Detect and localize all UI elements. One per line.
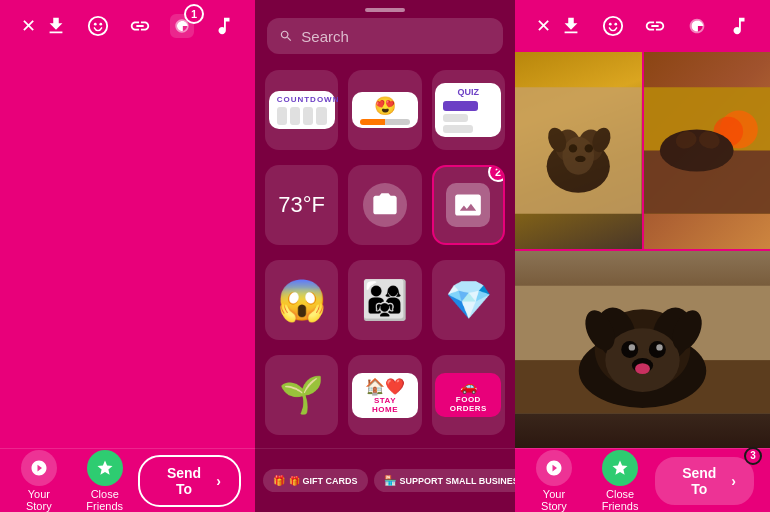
download-icon[interactable]: [42, 12, 70, 40]
sticker-icon-wrapper: 1: [168, 12, 196, 40]
your-story-group: Your Story: [14, 450, 64, 512]
close-friends-button[interactable]: [87, 450, 123, 486]
right-music-icon[interactable]: [725, 12, 753, 40]
support-small-business-sticker[interactable]: 🏪 SUPPORT SMALL BUSINESS: [374, 469, 516, 492]
right-close-friends-button[interactable]: [602, 450, 638, 486]
drag-handle: [365, 8, 405, 12]
right-your-story-group: Your Story: [529, 450, 579, 512]
plant-emoji: 🌱: [279, 377, 324, 413]
left-send-to-button[interactable]: Send To ›: [138, 455, 241, 507]
svg-point-3: [604, 17, 622, 35]
dog-image-2: [644, 52, 771, 249]
left-top-right-icons: 1 Aa: [42, 12, 280, 40]
link-icon[interactable]: [126, 12, 154, 40]
screaming-emoji: 😱: [277, 280, 327, 320]
search-bar[interactable]: [267, 18, 503, 54]
close-friends-label: Close Friends: [72, 488, 138, 512]
poll-sticker[interactable]: 😍: [348, 70, 421, 150]
sticker-badge: 1: [184, 4, 204, 24]
svg-point-32: [629, 344, 635, 350]
left-panel: ✕ 1 Aa: [0, 0, 255, 512]
left-bottom-left: Your Story Close Friends: [14, 450, 138, 512]
bottom-stickers-row: 🎁 🎁 GIFT CARDS 🏪 SUPPORT SMALL BUSINESS …: [255, 448, 515, 512]
gift-cards-sticker[interactable]: 🎁 🎁 GIFT CARDS: [263, 469, 368, 492]
stay-home-sticker[interactable]: 🏠❤️ STAY HOME: [348, 355, 421, 435]
temperature-sticker[interactable]: 73°F: [265, 165, 338, 245]
camera-icon: [363, 183, 407, 227]
right-your-story-button[interactable]: [536, 450, 572, 486]
right-download-icon[interactable]: [557, 12, 585, 40]
gem-emoji: 💎: [445, 281, 492, 319]
svg-point-2: [99, 23, 102, 26]
svg-point-1: [94, 23, 97, 26]
photo-thumb-1: [515, 52, 642, 249]
right-close-friends-group: Close Friends: [587, 450, 653, 512]
svg-point-5: [614, 23, 617, 26]
camera-sticker[interactable]: [348, 165, 421, 245]
photo-thumb-2: [644, 52, 771, 249]
right-send-to-button[interactable]: Send To ›: [653, 455, 756, 507]
photo-sticker-badge: 2: [488, 165, 505, 182]
right-bottom-bar: Your Story Close Friends Send To › 3: [515, 448, 770, 512]
right-panel: ✕ Aa: [515, 0, 770, 512]
right-top-left-icons: ✕: [529, 12, 557, 40]
left-top-bar: ✕ 1 Aa: [0, 0, 255, 52]
right-link-icon[interactable]: [641, 12, 669, 40]
your-story-button[interactable]: [21, 450, 57, 486]
food-orders-sticker[interactable]: 🚗 FOOD ORDERS: [432, 355, 505, 435]
left-top-left-icons: ✕: [14, 12, 42, 40]
photo-sticker[interactable]: 2: [432, 165, 505, 245]
your-story-label: Your Story: [14, 488, 64, 512]
dog-image-3: [515, 251, 770, 448]
right-top-bar: ✕ Aa: [515, 0, 770, 52]
right-bottom-left: Your Story Close Friends: [529, 450, 653, 512]
close-friends-group: Close Friends: [72, 450, 138, 512]
photos-area: [515, 52, 770, 448]
right-emoji-icon[interactable]: [599, 12, 627, 40]
left-content-area: [0, 52, 255, 448]
right-close-button[interactable]: ✕: [529, 12, 557, 40]
svg-point-20: [659, 129, 733, 171]
svg-point-11: [569, 144, 577, 152]
emoji-icon[interactable]: [84, 12, 112, 40]
right-sticker-icon[interactable]: [683, 12, 711, 40]
gem-sticker[interactable]: 💎: [432, 260, 505, 340]
temperature-value: 73°F: [278, 192, 325, 218]
right-your-story-label: Your Story: [529, 488, 579, 512]
search-icon: [279, 28, 293, 44]
right-send-to-wrapper: Send To › 3: [653, 455, 756, 507]
music-icon[interactable]: [210, 12, 238, 40]
people-emoji: 👨‍👩‍👧: [361, 281, 408, 319]
photo-sticker-icon: [446, 183, 490, 227]
right-top-right-icons: Aa: [557, 12, 770, 40]
svg-point-4: [609, 23, 612, 26]
search-input[interactable]: [301, 28, 491, 45]
plant-sticker[interactable]: 🌱: [265, 355, 338, 435]
dog-image-1: [515, 52, 642, 249]
svg-point-13: [575, 156, 586, 162]
screaming-sticker[interactable]: 😱: [265, 260, 338, 340]
svg-point-10: [562, 137, 594, 175]
close-button[interactable]: ✕: [14, 12, 42, 40]
svg-point-33: [656, 344, 662, 350]
svg-point-0: [89, 17, 107, 35]
svg-point-35: [635, 363, 650, 374]
send-to-badge: 3: [744, 447, 762, 465]
right-close-friends-label: Close Friends: [587, 488, 653, 512]
middle-panel: COUNTDOWN 😍 QUIZ: [255, 0, 515, 512]
sticker-grid: COUNTDOWN 😍 QUIZ: [255, 62, 515, 448]
photo-thumb-3: [515, 251, 770, 448]
people-sticker[interactable]: 👨‍👩‍👧: [348, 260, 421, 340]
left-bottom-bar: Your Story Close Friends Send To ›: [0, 448, 255, 512]
quiz-sticker[interactable]: QUIZ: [432, 70, 505, 150]
countdown-sticker[interactable]: COUNTDOWN: [265, 70, 338, 150]
svg-point-12: [585, 144, 593, 152]
